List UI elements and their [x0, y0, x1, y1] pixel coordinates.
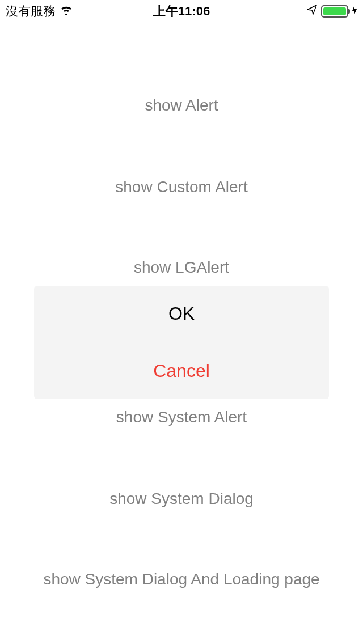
show-alert-button[interactable]: show Alert	[0, 85, 363, 126]
show-custom-alert-button[interactable]: show Custom Alert	[0, 167, 363, 207]
battery-fill	[323, 7, 346, 15]
show-system-dialog-loading-button[interactable]: show System Dialog And Loading page	[0, 559, 363, 600]
ok-button[interactable]: OK	[34, 286, 329, 342]
wifi-icon	[60, 4, 73, 19]
content: show Alert show Custom Alert show LGAler…	[0, 85, 363, 600]
show-system-dialog-button[interactable]: show System Dialog	[0, 478, 363, 519]
status-left: 沒有服務	[6, 3, 73, 20]
status-time: 上午11:06	[153, 3, 210, 20]
cancel-button[interactable]: Cancel	[34, 342, 329, 399]
charging-icon	[352, 5, 357, 18]
alert-panel: OK Cancel	[34, 286, 329, 399]
battery-icon	[321, 5, 348, 18]
location-icon	[306, 4, 318, 19]
status-right	[306, 4, 357, 19]
status-bar: 沒有服務 上午11:06	[0, 0, 363, 23]
show-lgalert-button[interactable]: show LGAlert	[0, 247, 363, 288]
service-text: 沒有服務	[6, 3, 56, 20]
show-system-alert-button[interactable]: show System Alert	[0, 397, 363, 438]
